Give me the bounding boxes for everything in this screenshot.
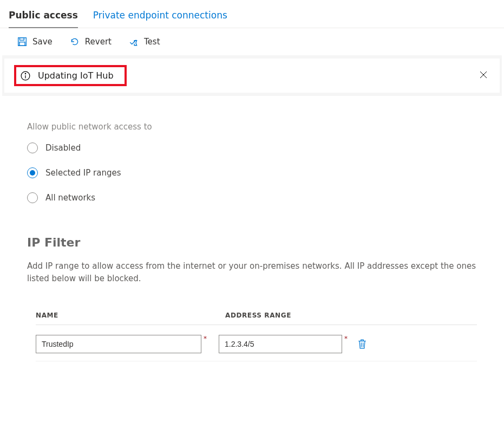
revert-button[interactable]: Revert xyxy=(70,37,112,47)
notification-area: Updating IoT Hub xyxy=(0,55,504,96)
toolbar: Save Revert Test xyxy=(0,28,504,55)
radio-circle-icon xyxy=(27,192,38,203)
test-icon xyxy=(129,37,139,47)
access-radio-group: Disabled Selected IP ranges All networks xyxy=(27,143,477,203)
radio-selected-ip-ranges-label: Selected IP ranges xyxy=(45,168,121,178)
radio-all-networks-label: All networks xyxy=(45,193,95,203)
tab-private-endpoint-connections[interactable]: Private endpoint connections xyxy=(93,5,227,28)
notification-message: Updating IoT Hub xyxy=(38,70,114,81)
ip-filter-row: * * xyxy=(36,335,477,361)
radio-circle-icon xyxy=(27,167,38,178)
radio-disabled-label: Disabled xyxy=(45,143,81,153)
svg-rect-2 xyxy=(19,42,25,46)
notification-highlight-frame: Updating IoT Hub xyxy=(14,65,127,86)
svg-point-5 xyxy=(25,73,25,74)
required-marker: * xyxy=(342,335,350,351)
radio-disabled[interactable]: Disabled xyxy=(27,143,477,153)
test-label: Test xyxy=(144,37,160,47)
radio-selected-ip-ranges[interactable]: Selected IP ranges xyxy=(27,167,477,178)
radio-circle-icon xyxy=(27,143,38,153)
main-content: Allow public network access to Disabled … xyxy=(0,96,504,361)
tabs-bar: Public access Private endpoint connectio… xyxy=(0,0,504,28)
col-header-name: NAME xyxy=(36,312,205,319)
save-button[interactable]: Save xyxy=(17,37,53,47)
revert-icon xyxy=(70,37,80,47)
ip-filter-description: Add IP range to allow access from the in… xyxy=(27,260,477,284)
ip-filter-name-input[interactable] xyxy=(36,335,201,353)
ip-filter-heading: IP Filter xyxy=(27,236,477,249)
tab-public-access[interactable]: Public access xyxy=(9,5,78,28)
save-icon xyxy=(17,37,27,47)
revert-label: Revert xyxy=(85,37,112,47)
ip-filter-header-row: NAME ADDRESS RANGE xyxy=(36,312,477,325)
save-label: Save xyxy=(32,37,53,47)
ip-filter-range-input[interactable] xyxy=(219,335,342,353)
delete-row-button[interactable] xyxy=(357,339,367,349)
col-header-address-range: ADDRESS RANGE xyxy=(225,312,355,319)
required-marker: * xyxy=(201,335,209,351)
test-button[interactable]: Test xyxy=(129,37,160,47)
notification-banner: Updating IoT Hub xyxy=(4,59,500,93)
ip-filter-table: NAME ADDRESS RANGE * * xyxy=(27,312,477,361)
info-icon xyxy=(21,71,30,81)
access-section-label: Allow public network access to xyxy=(27,122,477,132)
radio-all-networks[interactable]: All networks xyxy=(27,192,477,203)
svg-rect-1 xyxy=(20,38,24,41)
notification-close-button[interactable] xyxy=(477,68,490,83)
